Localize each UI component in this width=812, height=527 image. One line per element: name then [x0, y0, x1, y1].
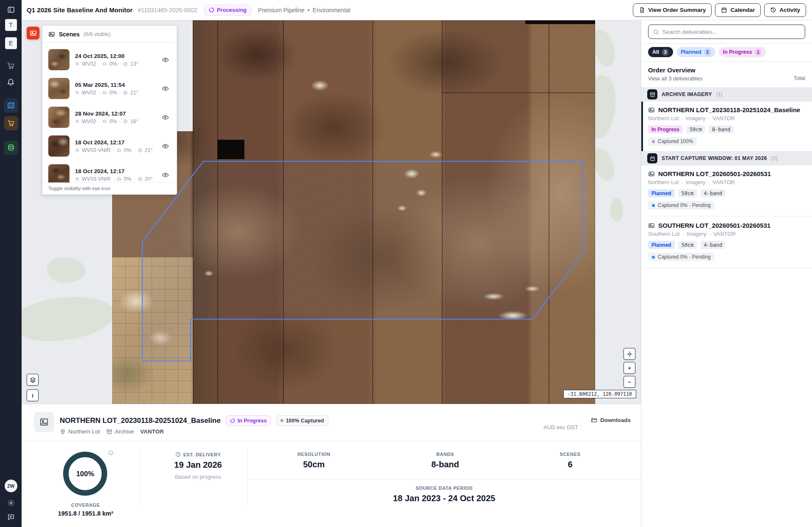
capture-dot — [652, 204, 655, 207]
order-id: #11031465-2026-0002 — [138, 7, 197, 14]
view-order-summary-button[interactable]: View Order Summary — [633, 3, 712, 17]
coverage-label: COVERAGE — [39, 502, 133, 508]
scenes-list: 24 Oct 2025, 12:00 WV02· 0%· 13° — [42, 43, 177, 182]
document-icon — [639, 7, 645, 13]
feedback-chat-icon[interactable] — [4, 510, 18, 524]
scene-list-item[interactable]: 18 Oct 2024, 12:17 WV03-VNIR· 0%· 20° — [42, 160, 177, 182]
eye-visibility-toggle[interactable] — [160, 55, 171, 65]
history-icon — [770, 7, 776, 13]
archive-box-icon — [647, 89, 657, 99]
clock-icon — [175, 452, 181, 457]
user-avatar[interactable]: ZW — [5, 480, 17, 492]
scene-list-item[interactable]: 28 Nov 2024, 12:07 WV02· 0%· 16° — [42, 103, 177, 132]
image-icon — [648, 222, 655, 229]
zoom-out-button[interactable]: − — [624, 376, 635, 388]
scenes-visible-count: (6/6 visible) — [83, 31, 111, 37]
map-nav-icon[interactable] — [4, 98, 18, 113]
resolution-badge: 50cm — [678, 189, 697, 197]
map-canvas[interactable]: Scenes (6/6 visible) 24 Oct 2025, 12:00 … — [22, 20, 641, 404]
filter-in-progress[interactable]: In Progress 1 — [719, 47, 766, 57]
deliverable-card-archive-northern[interactable]: NORTHERN LOT_20230118-20251024_Baseline … — [641, 102, 812, 151]
bands-badge: 8-band — [709, 125, 734, 133]
status-badge: Planned — [648, 189, 675, 197]
resolution-badge: 50cm — [686, 125, 705, 133]
resolution-value: 50cm — [259, 460, 369, 469]
layers-icon — [30, 377, 36, 383]
zoom-in-button[interactable]: + — [624, 362, 635, 374]
deliverables-panel: All 3 Planned 2 In Progress 1 Order Over… — [641, 20, 812, 527]
compare-imagery-button[interactable] — [27, 27, 39, 39]
workspace-e-button[interactable]: E — [5, 37, 17, 49]
info-icon[interactable] — [108, 450, 114, 455]
downloads-button[interactable]: Downloads — [591, 417, 631, 423]
locate-button[interactable] — [624, 348, 635, 360]
topbar-actions: View Order Summary Calendar Activity — [633, 3, 806, 17]
deliverable-name: NORTHERN LOT_20230118-20251024_Baseline — [658, 106, 805, 113]
spinner-icon — [209, 7, 214, 13]
scene-list-item[interactable]: 18 Oct 2024, 12:17 WV03-VNIR· 0%· 21° — [42, 132, 177, 160]
data-catalog-nav-icon[interactable] — [4, 141, 18, 155]
status-badge: Planned — [648, 241, 675, 249]
orders-cart-nav-icon[interactable] — [4, 116, 18, 130]
deliverable-name: SOUTHERN LOT_20260501-20260531 — [658, 222, 805, 229]
overview-title: Order Overview — [648, 66, 805, 74]
map-info-button[interactable]: i — [27, 389, 39, 401]
deliverable-card-northern-2026[interactable]: NORTHERN LOT_20260501-20260531 Northern … — [641, 166, 812, 215]
settings-gear-icon[interactable] — [4, 496, 18, 510]
pipeline-breadcrumb: Premium Pipeline • Environmental — [258, 7, 350, 14]
filter-all[interactable]: All 3 — [648, 47, 673, 57]
eye-visibility-toggle[interactable] — [160, 170, 171, 180]
capture-dot — [652, 256, 655, 259]
source-period-value: 18 Jan 2023 - 24 Oct 2025 — [247, 494, 641, 503]
cloud-icon — [102, 61, 107, 66]
scene-list-item[interactable]: 05 Mar 2025, 11:54 WV02· 0%· 21° — [42, 74, 177, 103]
app-root: Q1 2026 Site Baseline And Monitor #11031… — [0, 0, 812, 527]
filter-planned[interactable]: Planned 2 — [676, 47, 715, 57]
left-rail: T E ZW — [0, 0, 22, 527]
calendar-button[interactable]: Calendar — [715, 3, 761, 17]
divider — [22, 441, 641, 441]
resolution-badge: 50cm — [678, 241, 697, 249]
satellite-icon — [75, 119, 80, 124]
divider — [582, 420, 582, 430]
section-archive-imagery[interactable]: ARCHIVE IMAGERY (1) — [641, 87, 812, 102]
scene-list-item[interactable]: 24 Oct 2025, 12:00 WV02· 0%· 13° — [42, 45, 177, 74]
image-icon — [648, 107, 655, 113]
deliverable-card-southern-2026[interactable]: SOUTHERN LOT_20260501-20260531 Southern … — [641, 217, 812, 267]
search-input[interactable] — [662, 29, 801, 35]
bands-value: 8-band — [394, 460, 496, 469]
cursor-coordinates: -31.800212, 120.097110 — [563, 390, 636, 398]
status-badge: In Progress — [648, 125, 683, 133]
source-meta: Archive — [106, 428, 134, 435]
in-progress-badge: In Progress — [226, 415, 271, 426]
divider — [140, 448, 140, 506]
satellite-icon — [75, 177, 80, 181]
cloud-icon — [102, 119, 107, 124]
scene-thumbnail — [48, 78, 69, 99]
layers-button[interactable] — [27, 374, 39, 386]
view-all-deliverables-link[interactable]: View all 3 deliverables — [648, 75, 805, 82]
lot-meta: Northern Lot — [60, 428, 100, 435]
eye-visibility-toggle[interactable] — [160, 141, 171, 152]
activity-button[interactable]: Activity — [764, 3, 806, 17]
coverage-donut: 100% — [63, 452, 107, 496]
calendar-icon — [721, 7, 727, 13]
cart-nav-icon[interactable] — [4, 58, 18, 73]
eye-visibility-toggle[interactable] — [160, 83, 171, 94]
bands-badge: 4-band — [701, 189, 726, 197]
workspace-t-button[interactable]: T — [5, 19, 17, 31]
scenes-title: Scenes — [59, 31, 80, 38]
notifications-bell-icon[interactable] — [4, 74, 18, 89]
section-capture-window[interactable]: START CAPTURE WINDOW: 01 MAY 2026 (2) — [641, 151, 812, 166]
captured-dot — [280, 419, 283, 422]
coverage-value: 1951.8 / 1951.8 km² — [39, 510, 133, 517]
archive-box-icon — [106, 429, 112, 435]
cloud-icon — [116, 148, 122, 153]
page-title: Q1 2026 Site Baseline And Monitor — [27, 6, 133, 14]
sidebar-toggle-icon[interactable] — [7, 6, 15, 14]
est-delivery-note: Based on progress — [149, 474, 247, 480]
scenes-panel: Scenes (6/6 visible) 24 Oct 2025, 12:00 … — [42, 25, 177, 195]
location-pin-icon — [60, 429, 66, 435]
eye-visibility-toggle[interactable] — [160, 112, 171, 123]
capture-status: Captured 0% · Pending — [648, 201, 715, 210]
